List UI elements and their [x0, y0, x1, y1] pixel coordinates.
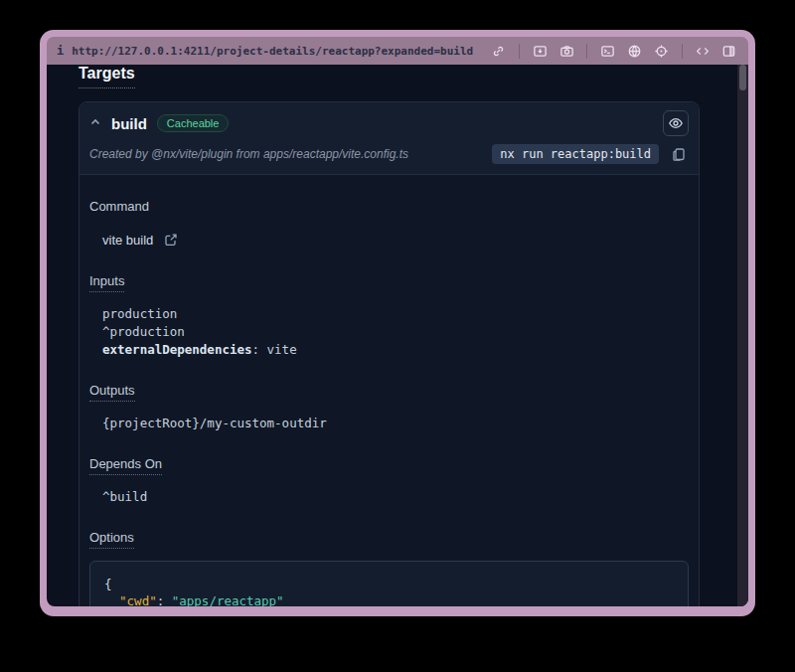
json-key: "cwd" [119, 593, 157, 606]
browser-window: i http://127.0.0.1:4211/project-details/… [40, 30, 755, 616]
options-label[interactable]: Options [89, 530, 134, 549]
toolbar-divider [519, 44, 520, 59]
focus-target-icon[interactable] [652, 41, 671, 61]
browser-toolbar: i http://127.0.0.1:4211/project-details/… [47, 37, 748, 65]
command-section: Command [89, 197, 689, 215]
scrollbar-thumb[interactable] [739, 65, 746, 90]
depends-on-label[interactable]: Depends On [89, 456, 162, 475]
depends-on-item: ^build [102, 488, 689, 506]
target-card-build: build Cacheable Created by @nx/vite/plug… [79, 101, 700, 606]
json-string-value: "apps/reactapp" [172, 593, 284, 606]
outputs-label[interactable]: Outputs [89, 383, 135, 402]
code-icon[interactable] [694, 41, 713, 61]
created-by-text: Created by @nx/vite/plugin from apps/rea… [89, 147, 408, 161]
json-open-brace: { [104, 576, 674, 592]
external-deps-key: externalDependencies [102, 342, 252, 357]
inputs-label[interactable]: Inputs [89, 273, 124, 292]
depends-on-section: Depends On [89, 454, 689, 475]
targets-heading[interactable]: Targets [79, 65, 135, 88]
camera-icon[interactable] [557, 41, 576, 61]
json-colon: : [157, 593, 172, 606]
input-item: production [102, 305, 689, 323]
build-card-body: Command vite build Inputs production ^pr… [80, 197, 699, 606]
command-label: Command [89, 199, 149, 214]
command-row: vite build [102, 230, 689, 250]
page-info-icon[interactable]: i [57, 44, 64, 58]
target-name: build [111, 115, 147, 132]
toolbar-divider [682, 44, 683, 59]
scrollbar-track[interactable] [737, 65, 748, 606]
command-value: vite build [102, 233, 153, 248]
toolbar-divider [586, 44, 587, 59]
build-header-row[interactable]: build Cacheable [80, 102, 699, 140]
address-bar[interactable]: http://127.0.0.1:4211/project-details/re… [72, 45, 473, 58]
outputs-section: Outputs [89, 381, 689, 402]
build-subheader-row: Created by @nx/vite/plugin from apps/rea… [80, 140, 699, 175]
output-item: {projectRoot}/my-custom-outdir [102, 415, 689, 432]
chevron-up-icon[interactable] [89, 114, 101, 132]
run-command-chip: nx run reactapp:build [492, 144, 659, 164]
inputs-section: Inputs [89, 271, 689, 292]
external-deps-value: : vite [252, 342, 297, 357]
view-graph-eye-button[interactable] [663, 110, 689, 136]
save-page-icon[interactable] [531, 41, 550, 61]
external-link-icon[interactable] [161, 230, 181, 250]
input-item-external-deps: externalDependencies: vite [102, 341, 689, 359]
terminal-icon[interactable] [598, 41, 617, 61]
input-item: ^production [102, 323, 689, 341]
cacheable-badge: Cacheable [157, 114, 230, 132]
json-cwd-line: "cwd": "apps/reactapp" [104, 592, 674, 606]
link-icon[interactable] [489, 41, 508, 61]
globe-icon[interactable] [625, 41, 644, 61]
project-details-page: Targets build Cacheable Created by @nx/v… [47, 65, 737, 606]
copy-icon[interactable] [669, 144, 689, 164]
options-section: Options [89, 528, 689, 549]
options-json-box: { "cwd": "apps/reactapp" } [89, 561, 689, 606]
browser-viewport: Targets build Cacheable Created by @nx/v… [47, 65, 748, 606]
split-panel-icon[interactable] [719, 41, 738, 61]
